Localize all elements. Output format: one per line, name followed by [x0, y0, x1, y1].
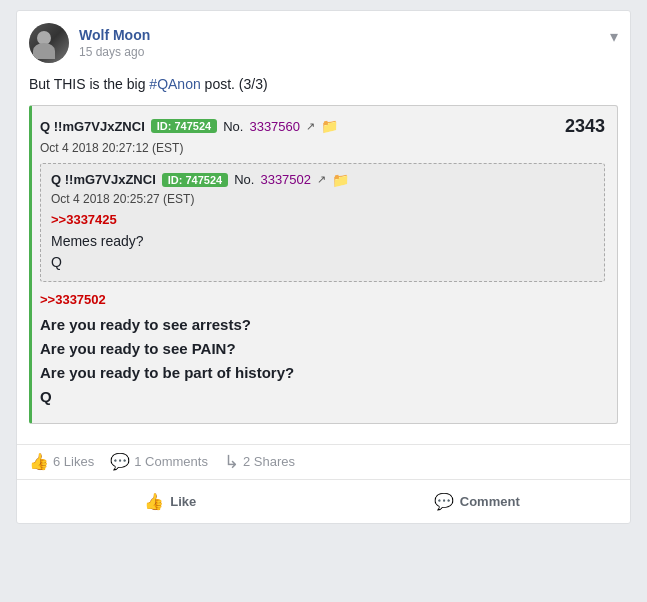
inner-line-2: Q: [51, 252, 594, 273]
inner-no-prefix: No.: [234, 172, 254, 187]
inner-reply-ref[interactable]: >>3337425: [51, 212, 594, 227]
inner-header: Q !!mG7VJxZNCI ID: 747524 No.3337502 ↗ 📁: [51, 172, 594, 188]
body-text-before: But THIS is the big: [29, 76, 149, 92]
inner-no-link[interactable]: 3337502: [260, 172, 311, 187]
comment-label: Comment: [460, 494, 520, 509]
inner-external-icon: ↗: [317, 173, 326, 186]
chevron-down-icon[interactable]: ▾: [610, 27, 618, 46]
outer-folder-icon: 📁: [321, 118, 338, 134]
likes-icon: 👍: [29, 452, 49, 471]
author-name[interactable]: Wolf Moon: [79, 27, 150, 43]
outer-handle: Q !!mG7VJxZNCI: [40, 119, 145, 134]
avatar: [29, 23, 69, 63]
inner-line-1: Memes ready?: [51, 231, 594, 252]
outer-date: Oct 4 2018 20:27:12 (EST): [40, 141, 605, 155]
comment-button[interactable]: 💬 Comment: [324, 484, 631, 519]
post-actions: 👍 Like 💬 Comment: [17, 480, 630, 523]
inner-folder-icon: 📁: [332, 172, 349, 188]
post-text: But THIS is the big #QAnon post. (3/3): [29, 75, 618, 95]
outer-post-num: 2343: [565, 116, 605, 137]
comments-count: 1 Comments: [134, 454, 208, 469]
post-stats: 👍 6 Likes 💬 1 Comments ↳ 2 Shares: [17, 444, 630, 480]
outer-no-link[interactable]: 3337560: [249, 119, 300, 134]
comments-stat[interactable]: 💬 1 Comments: [110, 452, 208, 471]
outer-post-text: Are you ready to see arrests? Are you re…: [40, 313, 605, 409]
outer-external-icon: ↗: [306, 120, 315, 133]
shares-icon: ↳: [224, 451, 239, 473]
post-header-left: Wolf Moon 15 days ago: [29, 23, 150, 63]
outer-line-3: Are you ready to be part of history?: [40, 361, 605, 385]
post-card: Wolf Moon 15 days ago ▾ But THIS is the …: [16, 10, 631, 524]
inner-text: Memes ready? Q: [51, 231, 594, 273]
post-time: 15 days ago: [79, 45, 150, 59]
qanon-post-inner: Q !!mG7VJxZNCI ID: 747524 No.3337502 ↗ 📁…: [40, 163, 605, 282]
body-text-after: post. (3/3): [201, 76, 268, 92]
like-label: Like: [170, 494, 196, 509]
hashtag-link[interactable]: #QAnon: [149, 76, 200, 92]
qanon-post-outer: Q !!mG7VJxZNCI ID: 747524 No.3337560 ↗ 📁…: [29, 105, 618, 424]
outer-reply-ref[interactable]: >>3337502: [40, 292, 605, 307]
like-button[interactable]: 👍 Like: [17, 484, 324, 519]
comment-action-icon: 💬: [434, 492, 454, 511]
outer-line-2: Are you ready to see PAIN?: [40, 337, 605, 361]
like-action-icon: 👍: [144, 492, 164, 511]
outer-id-badge: ID: 747524: [151, 119, 217, 133]
likes-count: 6 Likes: [53, 454, 94, 469]
comments-icon: 💬: [110, 452, 130, 471]
shares-stat[interactable]: ↳ 2 Shares: [224, 451, 295, 473]
post-body: But THIS is the big #QAnon post. (3/3) Q…: [17, 71, 630, 444]
shares-count: 2 Shares: [243, 454, 295, 469]
outer-line-4: Q: [40, 385, 605, 409]
inner-handle: Q !!mG7VJxZNCI: [51, 172, 156, 187]
likes-stat[interactable]: 👍 6 Likes: [29, 452, 94, 471]
outer-line-1: Are you ready to see arrests?: [40, 313, 605, 337]
author-info: Wolf Moon 15 days ago: [79, 27, 150, 59]
inner-date: Oct 4 2018 20:25:27 (EST): [51, 192, 594, 206]
inner-id-badge: ID: 747524: [162, 173, 228, 187]
outer-no-prefix: No.: [223, 119, 243, 134]
post-header: Wolf Moon 15 days ago ▾: [17, 23, 630, 71]
